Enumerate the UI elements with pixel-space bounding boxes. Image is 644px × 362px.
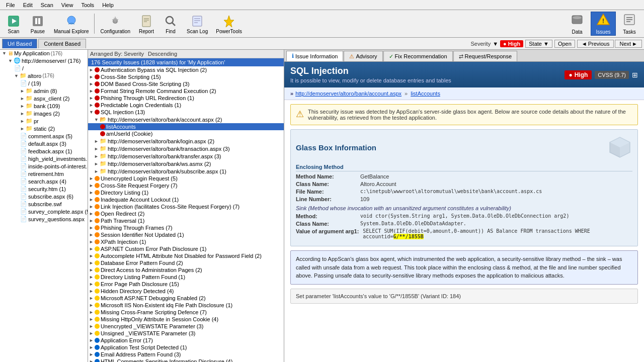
list-item[interactable]: ► Phishing Through URL Redirection (1) (88, 95, 284, 102)
list-item-selected[interactable]: listAccounts (88, 123, 284, 130)
list-item[interactable]: ► Predictable Login Credentials (1) (88, 102, 284, 109)
issues-button[interactable]: ! Issues (591, 12, 616, 36)
tree-comment[interactable]: 📄 comment.aspx (5) (0, 132, 88, 140)
list-item[interactable]: ► 📁 http://demoserver/altoro/bank/transf… (88, 152, 284, 160)
list-item[interactable]: ► Format String Remote Command Execution… (88, 87, 284, 95)
menu-edit[interactable]: Edit (19, 1, 37, 9)
power-tools-button[interactable]: PowerTools (212, 12, 246, 36)
list-item[interactable]: ► Microsoft ASP.NET Debugging Enabled (2… (88, 295, 284, 302)
list-item[interactable]: ► Direct Access to Administration Pages … (88, 266, 284, 274)
list-item[interactable]: ► Missing Cross-Frame Scripting Defence … (88, 309, 284, 316)
list-item[interactable]: ► Unencrypted Login Request (5) (88, 175, 284, 182)
find-button[interactable]: Find (159, 12, 182, 36)
list-item[interactable]: ► Path Traversal (1) (88, 217, 284, 224)
list-item[interactable]: ► 📁 http://demoserver/altoro/bank/login.… (88, 137, 284, 145)
list-item[interactable]: ► Application Error (17) (88, 337, 284, 344)
list-item[interactable]: ► Inadequate Account Lockout (1) (88, 196, 284, 203)
list-item[interactable]: ► Database Error Pattern Found (2) (88, 259, 284, 266)
tree-slash[interactable]: 📄 / (0, 64, 88, 72)
list-item[interactable]: amUserId (Cookie) (88, 130, 284, 137)
state-dropdown[interactable]: State ▼ (525, 40, 552, 48)
tab-fix[interactable]: ✓ Fix Recommendation (383, 51, 453, 61)
tree-survey-q[interactable]: 📄 survey_questions.aspx (0, 215, 88, 223)
tree-highyield[interactable]: 📄 high_yield_investments.htm (0, 155, 88, 162)
tasks-button[interactable]: Tasks (617, 12, 642, 36)
list-item[interactable]: ► Hidden Directory Detected (4) (88, 288, 284, 295)
scan-log-button[interactable]: Scan Log (183, 12, 211, 36)
tree-altoro[interactable]: ▼ 📁 altoro (176) (0, 72, 88, 79)
tree-subscribe[interactable]: 📄 subscribe.aspx (6) (0, 193, 88, 200)
tab-content-based[interactable]: Content Based (38, 39, 86, 48)
list-item[interactable]: ► Email Address Pattern Found (3) (88, 351, 284, 358)
tree-feedback[interactable]: 📄 feedback.aspx (1) (0, 147, 88, 155)
expand-icon-r[interactable]: ⊞ (632, 71, 638, 79)
tree-admin[interactable]: ► 📁 admin (8) (0, 87, 88, 95)
tab-advisory[interactable]: ⚠ Advisory (344, 51, 382, 61)
list-item[interactable]: ► Unencrypted _VIEWSTATE Parameter (3) (88, 323, 284, 330)
expand-icon-eppd: ► (89, 282, 94, 287)
tree-root2[interactable]: 📄 / (19) (0, 79, 88, 87)
tree-static[interactable]: ► 📁 static (2) (0, 125, 88, 132)
tree-pr[interactable]: ► 📁 pr (0, 117, 88, 125)
previous-button[interactable]: ◄ Previous (577, 40, 614, 48)
list-item[interactable]: ► 📁 http://demoserver/altoro/bank/ws.asm… (88, 160, 284, 167)
warning-text: This security issue was detected by AppS… (308, 109, 632, 121)
tree-root[interactable]: ▼ 🖥 My Application (176) (0, 50, 88, 57)
tree-retirement[interactable]: 📄 retirement.htm (0, 170, 88, 177)
manual-explore-button[interactable]: Manual Explore (50, 12, 92, 36)
list-item[interactable]: ► Error Page Path Disclosure (15) (88, 281, 284, 288)
list-item[interactable]: ► Cross-Site Request Forgery (7) (88, 182, 284, 189)
list-item[interactable]: ► Missing HttpOnly Attribute in Session … (88, 316, 284, 323)
tab-issue-info[interactable]: ℹ Issue Information (286, 51, 343, 61)
list-item[interactable]: ► Directory Listing Pattern Found (1) (88, 274, 284, 281)
tree-swf[interactable]: 📄 subscribe.swf (0, 200, 88, 208)
tree-survey-complete[interactable]: 📄 survey_complete.aspx (5) (0, 208, 88, 215)
list-item[interactable]: ► Cross-Site Scripting (15) (88, 73, 284, 80)
tab-url-based[interactable]: Url Based (2, 39, 37, 48)
list-item[interactable]: ► ASP.NET Custom Error Path Disclosure (… (88, 245, 284, 252)
list-item[interactable]: ► XPath Injection (1) (88, 238, 284, 245)
list-item[interactable]: ► Phishing Through Frames (7) (88, 224, 284, 231)
menu-view[interactable]: View (57, 1, 77, 9)
list-item[interactable]: ► Application Test Script Detected (1) (88, 344, 284, 351)
list-item[interactable]: ▼ 📂 http://demoserver/altoro/bank/accoun… (88, 116, 284, 123)
list-item[interactable]: ► DOM Based Cross-Site Scripting (3) (88, 80, 284, 87)
list-item[interactable]: ► Microsoft IIS Non-Existent idq File Pa… (88, 302, 284, 309)
tree-aspx[interactable]: ► 📁 aspx_client (2) (0, 95, 88, 102)
item-label: Directory Listing (1) (101, 190, 148, 196)
list-item[interactable]: ► HTML Comments Sensitive Information Di… (88, 358, 284, 362)
menu-file[interactable]: File (2, 1, 19, 9)
url-link[interactable]: http://demoserver/altoro/bank/account.as… (295, 90, 401, 97)
list-item[interactable]: ► Link Injection (facilitates Cross-Site… (88, 203, 284, 210)
param-link[interactable]: listAccounts (411, 90, 440, 97)
tree-inside[interactable]: 📄 inside-points-of-interest.htm (0, 162, 88, 170)
next-button[interactable]: Next ► (615, 40, 642, 48)
tree-bank[interactable]: ► 📁 bank (109) (0, 102, 88, 110)
menu-help[interactable]: Help (98, 1, 118, 9)
menu-tools[interactable]: Tools (77, 1, 98, 9)
configuration-button[interactable]: Configuration (97, 12, 133, 36)
data-button[interactable]: Data (565, 12, 590, 36)
tree-images[interactable]: ► 📁 images (2) (0, 110, 88, 117)
severity-orange-icon (95, 176, 100, 181)
sink-label: Sink (Method whose invocation with an un… (296, 205, 632, 211)
list-item[interactable]: ► Autocomplete HTML Attribute Not Disabl… (88, 252, 284, 259)
list-item[interactable]: ► 📁 http://demoserver/altoro/bank/subscr… (88, 167, 284, 175)
list-item[interactable]: ► Authentication Bypass via SQL Injectio… (88, 66, 284, 73)
pause-button[interactable]: Pause (26, 12, 49, 36)
list-item-sqli[interactable]: ▼ SQL Injection (13) (88, 109, 284, 116)
open-button[interactable]: Open (554, 40, 575, 48)
menu-scan[interactable]: Scan (37, 1, 57, 9)
list-item[interactable]: ► Directory Listing (1) (88, 189, 284, 196)
tab-reqresp[interactable]: ⇄ Request/Response (453, 51, 518, 61)
tree-demoserver[interactable]: ▼ 🌐 http://demoserver/ (176) (0, 57, 88, 64)
list-item[interactable]: ► 📁 http://demoserver/altoro/bank/transa… (88, 145, 284, 152)
scan-button[interactable]: Scan (2, 12, 25, 36)
list-item[interactable]: ► Unsigned _VIEWSTATE Parameter (3) (88, 330, 284, 337)
report-button[interactable]: Report (135, 12, 158, 36)
list-item[interactable]: ► Session Identifier Not Updated (1) (88, 231, 284, 238)
list-item[interactable]: ► Open Redirect (2) (88, 210, 284, 217)
tree-search[interactable]: 📄 search.aspx (4) (0, 177, 88, 185)
tree-default[interactable]: 📄 default.aspx (3) (0, 140, 88, 147)
tree-security[interactable]: 📄 security.htm (1) (0, 185, 88, 193)
